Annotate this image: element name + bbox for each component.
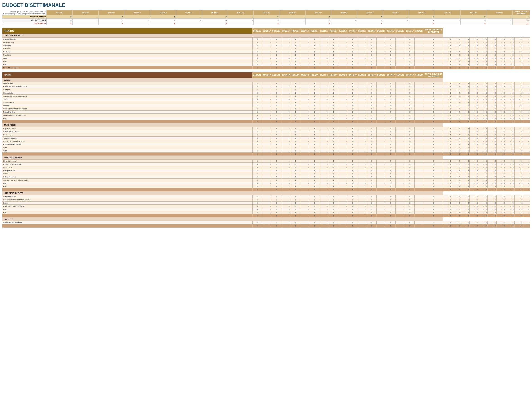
- spese-row: Carburante $-$-$-$-$-$-$-$-$-$-$-$-$-$-$…: [2, 133, 530, 137]
- spese-row: Mutuo/Affitto $-$-$-$-$-$-$-$-$-$-$-$-$-…: [2, 82, 530, 85]
- reddito-total-row: REDDITO TOTALE $-$-$-$-$-$-$-$-$-$-$-$-$…: [2, 66, 530, 69]
- reddito-row: Altro $-$-$-$-$-$-$-$-$-$-$-$-$-$-$-$-$-…: [2, 63, 530, 66]
- spese-row: Manutenzione/Miglioramenti $-$-$-$-$-$-$…: [2, 114, 530, 117]
- spese-row: Arredamento/Elettrodomestici $-$-$-$-$-$…: [2, 107, 530, 110]
- date-col-10: 07/09/17: [280, 10, 305, 15]
- spese-row: Prato/Giardino $-$-$-$-$-$-$-$-$-$-$-$-$…: [2, 110, 530, 114]
- total-budget-header: TOTALE BUDGETCORRENTE: [512, 10, 530, 15]
- date-col-16: 10/01/17: [435, 10, 461, 15]
- spese-item-label: Altro: [2, 149, 252, 152]
- reddito-total-label: REDDITO TOTALE: [2, 66, 252, 69]
- spese-row: Trasporti pubblici $-$-$-$-$-$-$-$-$-$-$…: [2, 137, 530, 140]
- subtotal-trasporti: $-$-$-$-$-$-$-$-$-$-$-$-$-$-$-$-$-$- $ -: [2, 152, 530, 156]
- spese-item-label: Altro: [2, 117, 252, 120]
- date-col-1: 03/05/17: [47, 10, 73, 15]
- spese-title: SPESE: [2, 72, 252, 78]
- reddito-section-header: REDDITO 03/05/17 03/19/17 04/02/17 04/16…: [2, 28, 530, 34]
- reddito-title: REDDITO: [2, 28, 252, 34]
- spese-item-label: Internet: [2, 104, 252, 107]
- spese-row: Pulizia $-$-$-$-$-$-$-$-$-$-$-$-$-$-$-$-…: [2, 172, 530, 175]
- spese-row: Altro $-$-$-$-$-$-$-$-$-$-$-$-$-$-$-$-$-…: [2, 211, 530, 214]
- date-col-12: 08/06/17: [331, 10, 357, 15]
- date-col-7: 05/28/17: [202, 10, 228, 15]
- spese-row: Altro $-$-$-$-$-$-$-$-$-$-$-$-$-$-$-$-$-…: [2, 208, 530, 211]
- date-col-4: 04/16/17: [124, 10, 150, 15]
- spese-item-label: Forniture per animali domestici: [2, 179, 252, 182]
- date-col-9: 06/25/17: [254, 10, 280, 15]
- category-header-salute: SALUTE: [2, 218, 530, 221]
- spese-item-label: Elettricità: [2, 88, 252, 91]
- spese-item-label: Prato/Giardino: [2, 110, 252, 114]
- date-col-18: 10/29/17: [486, 10, 512, 15]
- reddito-item-label: Interessi attivi: [2, 41, 252, 44]
- spese-row: Forniture per animali domestici $-$-$-$-…: [2, 179, 530, 182]
- spese-totali-row: SPESE TOTALI $- $- $- $- $- $- $- $- $- …: [2, 19, 530, 22]
- spese-row: Altro $-$-$-$-$-$-$-$-$-$-$-$-$-$-$-$-$-…: [2, 146, 530, 149]
- reddito-item-label: Altro: [2, 60, 252, 63]
- spese-item-label: Sport: [2, 202, 252, 205]
- spese-item-label: Acqua/Fognatura/Spazzatura: [2, 95, 252, 98]
- date-col-13: 08/20/17: [357, 10, 383, 15]
- spese-row: Altro $-$-$-$-$-$-$-$-$-$-$-$-$-$-$-$-$-…: [2, 185, 530, 188]
- spese-item-label: Pagamenti auto: [2, 127, 252, 130]
- spese-row: Cavo/satellite $-$-$-$-$-$-$-$-$-$-$-$-$…: [2, 101, 530, 104]
- date-col-8: 06/11/17: [228, 10, 254, 15]
- reddito-row: Pensione $-$-$-$-$-$-$-$-$-$-$-$-$-$-$-$…: [2, 54, 530, 57]
- reddito-item-label: Dividendi: [2, 44, 252, 47]
- spese-item-label: Gas/petrolio: [2, 91, 252, 95]
- spese-row: Acqua/Fognatura/Spazzatura $-$-$-$-$-$-$…: [2, 95, 530, 98]
- reddito-row: Varie $-$-$-$-$-$-$-$-$-$-$-$-$-$-$-$-$-…: [2, 57, 530, 60]
- spese-row: Assicurazione auto $-$-$-$-$-$-$-$-$-$-$…: [2, 130, 530, 133]
- spese-row: Abbigliamento $-$-$-$-$-$-$-$-$-$-$-$-$-…: [2, 169, 530, 172]
- reddito-row: Interessi attivi $-$-$-$-$-$-$-$-$-$-$-$…: [2, 41, 530, 44]
- reddito-totale-row: REDDITO TOTALE $- $- $- $- $- $- $- $- $…: [2, 15, 530, 19]
- spese-item-label: Riparazioni/Manutenzione: [2, 140, 252, 143]
- reddito-item-label: Stipendio/Salari: [2, 38, 252, 41]
- reddito-item-label: Rimborsi: [2, 47, 252, 50]
- spese-row: Pagamenti auto $-$-$-$-$-$-$-$-$-$-$-$-$…: [2, 127, 530, 130]
- utile-netto-row: UTILE NETTO $- $- $- $- $- $- $- $- $- $…: [2, 22, 530, 25]
- utile-netto-label: UTILE NETTO: [2, 22, 47, 25]
- main-title: BUDGET BISETTIMANALE: [2, 2, 530, 8]
- category-header-trasporti: TRASPORTI: [2, 123, 530, 127]
- spese-item-label: Generi alimentari: [2, 160, 252, 163]
- date-col-14: 09/03/17: [383, 10, 409, 15]
- date-col-2: 03/19/17: [73, 10, 98, 15]
- spese-item-label: Altro: [2, 182, 252, 185]
- spese-row: Internet $-$-$-$-$-$-$-$-$-$-$-$-$-$-$-$…: [2, 104, 530, 107]
- reddito-row: Stipendio/Salari $-$-$-$-$-$-$-$-$-$-$-$…: [2, 38, 530, 41]
- spese-item-label: Video/DVD/Film: [2, 195, 252, 198]
- spese-row: Generi alimentari $-$-$-$-$-$-$-$-$-$-$-…: [2, 160, 530, 163]
- reddito-totale-label: REDDITO TOTALE: [2, 15, 47, 19]
- category-header-intrattenimento: INTRATTENIMENTO: [2, 191, 530, 195]
- spese-item-label: Assicurazione sanitaria: [2, 221, 252, 225]
- spese-row: Assistenza ai bambini $-$-$-$-$-$-$-$-$-…: [2, 163, 530, 166]
- instruction-line1: Inserisci qui la data della prima domeni…: [3, 11, 46, 13]
- reddito-row: Rimborsi $-$-$-$-$-$-$-$-$-$-$-$-$-$-$-$…: [2, 47, 530, 50]
- spese-item-label: Altro: [2, 185, 252, 188]
- reddito-item-label: Altro: [2, 63, 252, 66]
- date-col-3: 04/02/17: [98, 10, 124, 15]
- subtotal-intrattenimento: $-$-$-$-$-$-$-$-$-$-$-$-$-$-$-$-$-$- $ -: [2, 214, 530, 218]
- spese-row: Sport $-$-$-$-$-$-$-$-$-$-$-$-$-$-$-$-$-…: [2, 202, 530, 205]
- spese-row: Concerti/Rappresentazioni teatrali $-$-$…: [2, 198, 530, 202]
- spese-item-label: Concerti/Rappresentazioni teatrali: [2, 198, 252, 202]
- reddito-table: REDDITO 03/05/17 03/19/17 04/02/17 04/16…: [2, 28, 530, 69]
- spese-row: Gas/petrolio $-$-$-$-$-$-$-$-$-$-$-$-$-$…: [2, 91, 530, 95]
- subtotal-salute: $-$-$-$-$-$-$-$-$-$-$-$-$-$-$-$-$-$- $ -: [2, 225, 530, 228]
- spese-item-label: Mutuo/Affitto: [2, 82, 252, 85]
- spese-item-label: Altro: [2, 146, 252, 149]
- spese-table: SPESE 03/05/17 03/19/17 04/02/17 04/16/1…: [2, 72, 530, 228]
- spese-item-label: Arredamento/Elettrodomestici: [2, 107, 252, 110]
- spese-row: Assicurazione casa/locazione $-$-$-$-$-$…: [2, 85, 530, 88]
- category-header-vita-quotidiana: VITA QUOTIDIANA: [2, 156, 530, 160]
- spese-item-label: Assistenza ai bambini: [2, 163, 252, 166]
- spese-item-label: Cavo/satellite: [2, 101, 252, 104]
- date-col-11: 07/23/17: [305, 10, 331, 15]
- date-col-6: 05/14/17: [176, 10, 202, 15]
- reddito-row: Altro $-$-$-$-$-$-$-$-$-$-$-$-$-$-$-$-$-…: [2, 60, 530, 63]
- spese-item-label: Manutenzione/Miglioramenti: [2, 114, 252, 117]
- spese-item-label: Abbigliamento: [2, 169, 252, 172]
- reddito-row: Dividendi $-$-$-$-$-$-$-$-$-$-$-$-$-$-$-…: [2, 44, 530, 47]
- spese-item-label: Salone/Barbiere: [2, 175, 252, 179]
